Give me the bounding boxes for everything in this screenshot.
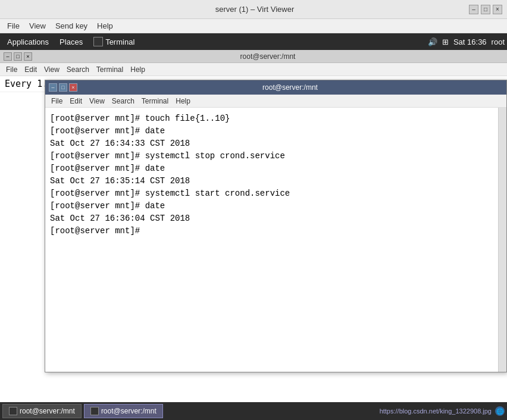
close-button[interactable]: × (493, 5, 502, 14)
inner-terminal-titlebar: – □ × root@server:/mnt (45, 80, 506, 95)
taskbar: root@server:/mnt root@server:/mnt https:… (0, 402, 507, 420)
terminal-line: Sat Oct 27 16:36:04 CST 2018 (50, 212, 493, 225)
virt-viewer-window: server (1) – Virt Viewer – □ × File View… (0, 0, 507, 420)
outer-maximize-btn[interactable]: □ (14, 52, 22, 61)
outer-terminal-title: root@server:/mnt (32, 52, 503, 61)
maximize-button[interactable]: □ (481, 5, 490, 14)
gnome-terminal-launcher[interactable]: Terminal (89, 36, 139, 48)
terminal-line: Sat Oct 27 16:34:33 CST 2018 (50, 137, 493, 150)
outer-minimize-btn[interactable]: – (4, 52, 12, 61)
taskbar-item-2[interactable]: root@server:/mnt (84, 404, 163, 418)
inner-menu-help[interactable]: Help (172, 96, 194, 106)
outer-menu-search[interactable]: Search (63, 64, 93, 75)
terminal-line: [root@server mnt]# (50, 225, 493, 237)
gnome-places[interactable]: Places (55, 36, 87, 48)
menu-sendkey[interactable]: Send key (51, 20, 92, 32)
menu-file[interactable]: File (2, 20, 24, 32)
gnome-panel-right: 🔊 ⊞ Sat 16:36 root (428, 37, 505, 46)
terminal-scrollbar[interactable] (498, 108, 506, 372)
gnome-panel-left: Applications Places Terminal (2, 36, 139, 48)
terminal-line: Sat Oct 27 16:35:14 CST 2018 (50, 175, 493, 187)
inner-menu-file[interactable]: File (48, 96, 66, 106)
inner-menu-search[interactable]: Search (108, 96, 138, 106)
terminal-line: [root@server mnt]# touch file{1..10} (50, 112, 493, 125)
outer-terminal-area: – □ × root@server:/mnt File Edit View Se… (0, 50, 507, 402)
taskbar-terminal-icon-1 (9, 407, 17, 415)
menu-help[interactable]: Help (92, 20, 118, 32)
gnome-panel: Applications Places Terminal 🔊 ⊞ Sat 16:… (0, 33, 507, 50)
taskbar-terminal-icon-2 (90, 407, 99, 415)
inner-menu-view[interactable]: View (86, 96, 108, 106)
outer-terminal-titlebar: – □ × root@server:/mnt (0, 50, 507, 63)
virt-viewer-menu-bar: File View Send key Help (0, 19, 507, 33)
inner-menu-terminal[interactable]: Terminal (138, 96, 172, 106)
inner-terminal-menu: File Edit View Search Terminal Help (45, 95, 506, 108)
inner-controls: – □ × (49, 83, 77, 92)
gnome-terminal-label: Terminal (105, 37, 134, 46)
outer-menu-terminal[interactable]: Terminal (93, 64, 127, 75)
display-icon: ⊞ (442, 37, 449, 46)
inner-terminal-window: – □ × root@server:/mnt File Edit View Se… (45, 80, 507, 372)
outer-menu-view[interactable]: View (40, 64, 63, 75)
inner-maximize-btn[interactable]: □ (59, 83, 67, 92)
inner-menu-edit[interactable]: Edit (66, 96, 86, 106)
terminal-line: [root@server mnt]# systemctl stop crond.… (50, 150, 493, 162)
terminal-icon (93, 37, 103, 46)
minimize-button[interactable]: – (469, 5, 478, 14)
taskbar-label-1: root@server:/mnt (20, 407, 75, 415)
menu-view[interactable]: View (24, 20, 51, 32)
outer-close-btn[interactable]: × (24, 52, 32, 61)
gnome-applications[interactable]: Applications (2, 36, 54, 48)
taskbar-globe-icon: 🌐 (495, 406, 505, 416)
taskbar-item-1[interactable]: root@server:/mnt (2, 404, 82, 418)
taskbar-url: https://blog.csdn.net/king_1322908.jpg (380, 408, 492, 415)
taskbar-right: https://blog.csdn.net/king_1322908.jpg 🌐 (380, 406, 505, 416)
outer-menu-edit[interactable]: Edit (21, 64, 40, 75)
terminal-line: [root@server mnt]# date (50, 162, 493, 175)
outer-menu-help[interactable]: Help (127, 64, 149, 75)
terminal-line: [root@server mnt]# date (50, 200, 493, 212)
inner-minimize-btn[interactable]: – (49, 83, 57, 92)
inner-close-btn[interactable]: × (69, 83, 77, 92)
inner-terminal-title: root@server:/mnt (77, 83, 503, 92)
terminal-line: [root@server mnt]# date (50, 125, 493, 137)
terminal-content[interactable]: [root@server mnt]# touch file{1..10}[roo… (45, 108, 498, 372)
window-controls: – □ × (469, 5, 502, 14)
panel-time: Sat 16:36 (453, 37, 487, 46)
outer-terminal-menu: File Edit View Search Terminal Help (0, 63, 507, 76)
outer-menu-file[interactable]: File (2, 64, 21, 75)
taskbar-label-2: root@server:/mnt (101, 407, 157, 415)
title-bar: server (1) – Virt Viewer – □ × (0, 0, 507, 19)
inner-terminal-body: [root@server mnt]# touch file{1..10}[roo… (45, 108, 506, 372)
outer-terminal-controls: – □ × (4, 52, 32, 61)
terminal-line: [root@server mnt]# systemctl start crond… (50, 187, 493, 200)
panel-user: root (492, 37, 505, 46)
window-title: server (1) – Virt Viewer (40, 5, 469, 14)
volume-icon: 🔊 (428, 37, 437, 46)
